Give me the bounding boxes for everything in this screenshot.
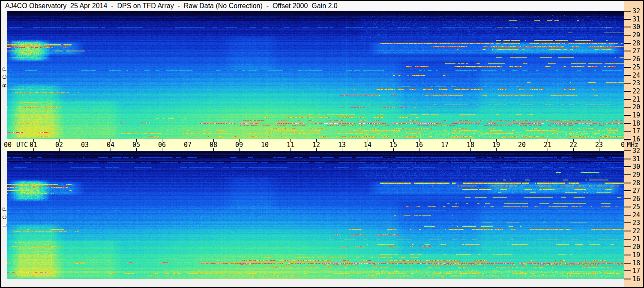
freq-label: 22 bbox=[632, 228, 642, 234]
freq-label: 27 bbox=[632, 48, 642, 54]
hour-label: 10 bbox=[258, 142, 271, 148]
hour-label: 20 bbox=[515, 142, 528, 148]
hour-label: 02 bbox=[53, 142, 66, 148]
hour-label: 12 bbox=[310, 142, 323, 148]
hour-label: 09 bbox=[233, 142, 246, 148]
freq-tick bbox=[624, 139, 631, 140]
page-title: AJ4CO Observatory 25 Apr 2014 - DPS on T… bbox=[1, 1, 624, 11]
freq-tick bbox=[624, 190, 631, 191]
freq-tick bbox=[624, 215, 631, 216]
freq-label: 31 bbox=[632, 16, 642, 23]
rcp-spectrogram-canvas bbox=[7, 11, 624, 139]
freq-tick bbox=[624, 279, 631, 279]
freq-label: 18 bbox=[632, 120, 642, 127]
frequency-axis: MHz 323130292827262524232221201918171632… bbox=[624, 1, 643, 287]
freq-tick bbox=[624, 11, 631, 12]
spectrogram-page: AJ4CO Observatory 25 Apr 2014 - DPS on T… bbox=[0, 0, 644, 288]
freq-label: 19 bbox=[632, 112, 642, 119]
freq-tick bbox=[624, 239, 631, 240]
freq-tick bbox=[624, 222, 631, 223]
hour-label: 05 bbox=[130, 142, 143, 148]
freq-label: 17 bbox=[632, 128, 642, 135]
hour-label: 13 bbox=[335, 142, 348, 148]
freq-tick bbox=[624, 183, 631, 183]
freq-tick bbox=[624, 75, 631, 76]
freq-tick bbox=[624, 166, 631, 167]
freq-label: 20 bbox=[632, 104, 642, 111]
freq-label: 31 bbox=[632, 156, 642, 162]
time-axis: UTC 000102030405060708091011121314151617… bbox=[5, 139, 625, 151]
freq-label: 20 bbox=[632, 244, 642, 250]
hour-label: 22 bbox=[567, 142, 580, 148]
freq-tick bbox=[624, 159, 631, 159]
freq-label: 28 bbox=[632, 180, 642, 186]
freq-label: 16 bbox=[632, 276, 642, 282]
lcp-panel-label: LCP bbox=[1, 151, 8, 279]
freq-tick bbox=[624, 198, 631, 199]
freq-label: 30 bbox=[632, 24, 642, 30]
freq-tick bbox=[624, 150, 631, 151]
freq-tick bbox=[624, 246, 631, 247]
freq-label: 32 bbox=[632, 148, 642, 154]
hour-label: 19 bbox=[490, 142, 503, 148]
freq-label: 32 bbox=[632, 8, 642, 15]
hour-label: 00 bbox=[1, 142, 14, 148]
freq-label: 29 bbox=[632, 172, 642, 178]
freq-tick bbox=[624, 255, 631, 255]
hour-label: 17 bbox=[438, 142, 451, 148]
freq-label: 17 bbox=[632, 268, 642, 274]
freq-tick bbox=[624, 263, 631, 264]
freq-label: 24 bbox=[632, 212, 642, 219]
hour-label: 16 bbox=[413, 142, 425, 148]
freq-tick bbox=[624, 67, 631, 68]
hour-label: 07 bbox=[181, 142, 194, 148]
freq-label: 29 bbox=[632, 32, 642, 39]
freq-label: 23 bbox=[632, 220, 642, 226]
freq-label: 21 bbox=[632, 236, 642, 243]
freq-label: 26 bbox=[632, 196, 642, 202]
freq-label: 16 bbox=[632, 136, 642, 143]
freq-label: 26 bbox=[632, 56, 642, 63]
hour-label: 23 bbox=[593, 142, 605, 148]
freq-tick bbox=[624, 91, 631, 92]
freq-label: 24 bbox=[632, 72, 642, 79]
lcp-spectrogram-canvas bbox=[7, 151, 624, 279]
freq-label: 21 bbox=[632, 96, 642, 103]
freq-label: 18 bbox=[632, 260, 642, 267]
freq-tick bbox=[624, 19, 631, 20]
hour-label: 14 bbox=[361, 142, 374, 148]
hour-label: 18 bbox=[464, 142, 477, 148]
freq-tick bbox=[624, 207, 631, 207]
hour-label: 06 bbox=[156, 142, 168, 148]
freq-tick bbox=[624, 51, 631, 51]
hour-label: 11 bbox=[284, 142, 297, 148]
freq-tick bbox=[624, 270, 631, 271]
freq-label: 28 bbox=[632, 40, 642, 47]
freq-label: 25 bbox=[632, 64, 642, 71]
freq-tick bbox=[624, 174, 631, 175]
freq-tick bbox=[624, 231, 631, 231]
hour-label: 21 bbox=[541, 142, 554, 148]
freq-label: 27 bbox=[632, 188, 642, 194]
freq-label: 23 bbox=[632, 80, 642, 87]
freq-tick bbox=[624, 115, 631, 116]
hour-label: 08 bbox=[207, 142, 220, 148]
freq-label: 25 bbox=[632, 204, 642, 210]
hour-label: 15 bbox=[387, 142, 400, 148]
freq-tick bbox=[624, 83, 631, 84]
freq-tick bbox=[624, 43, 631, 44]
freq-label: 19 bbox=[632, 252, 642, 258]
rcp-panel-label: RCP bbox=[1, 11, 8, 139]
hour-label: 01 bbox=[27, 142, 40, 148]
freq-tick bbox=[624, 27, 631, 27]
hour-label: 04 bbox=[104, 142, 117, 148]
freq-tick bbox=[624, 99, 631, 100]
freq-tick bbox=[624, 131, 631, 132]
freq-tick bbox=[624, 107, 631, 108]
freq-tick bbox=[624, 59, 631, 60]
hour-label: 03 bbox=[78, 142, 91, 148]
freq-label: 22 bbox=[632, 88, 642, 95]
freq-tick bbox=[624, 123, 631, 124]
freq-label: 30 bbox=[632, 164, 642, 170]
freq-tick bbox=[624, 35, 631, 36]
